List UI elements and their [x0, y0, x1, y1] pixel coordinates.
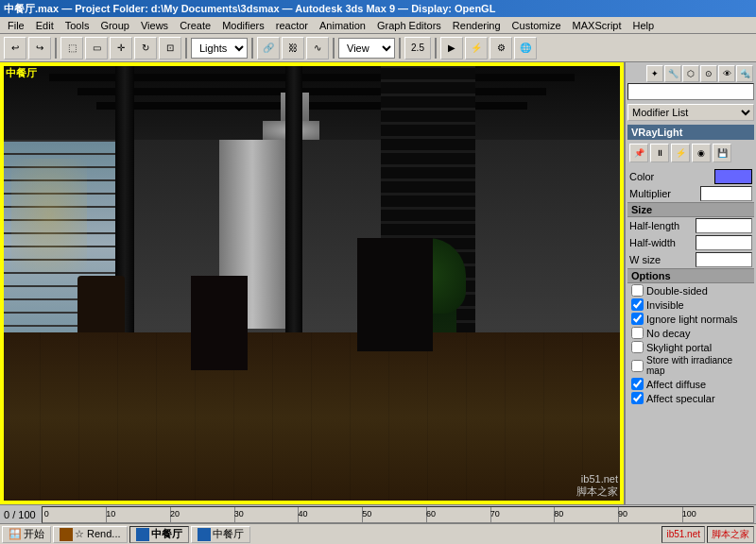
vray-light-header: VRayLight [627, 125, 754, 140]
render-task-icon [60, 528, 73, 541]
pause-icon[interactable]: ⏸ [650, 144, 669, 162]
menu-edit[interactable]: Edit [30, 19, 60, 32]
tick-80: 80 [554, 509, 563, 518]
menu-help[interactable]: Help [627, 19, 661, 32]
select-object-button[interactable]: ⬚ [60, 37, 83, 60]
render-button[interactable]: ▶ [440, 37, 463, 60]
undo-button[interactable]: ↩ [4, 37, 26, 60]
taskbar-render[interactable]: ☆ Rend... [53, 526, 128, 543]
w-size-label: W size [629, 254, 694, 265]
rotate-button[interactable]: ↻ [134, 37, 157, 60]
floor-pattern [2, 332, 622, 502]
tick-90: 90 [618, 509, 627, 518]
start-button[interactable]: 🪟 开始 [2, 526, 51, 543]
panel-top-icons: ✦ 🔧 ⬡ ⊙ 👁 🔩 [627, 64, 754, 83]
menu-tools[interactable]: Tools [60, 19, 95, 32]
w-size-input[interactable]: 10.0mm [696, 252, 752, 267]
3dsmax-task-icon [136, 528, 149, 541]
scene-background: ib51.net 脚本之家 [2, 64, 622, 502]
checkbox-double-sided: Double-sided [627, 283, 754, 298]
scale-button[interactable]: ⊡ [159, 37, 181, 60]
menu-views[interactable]: Views [135, 19, 174, 32]
display-tab-icon[interactable]: 👁 [718, 65, 735, 82]
save-icon[interactable]: 💾 [713, 144, 731, 162]
select-region-button[interactable]: ▭ [85, 37, 108, 60]
quick-render-button[interactable]: ⚡ [465, 37, 488, 60]
tick-30: 30 [234, 509, 244, 518]
vray-icon-row: 📌 ⏸ ⚡ ◉ 💾 [627, 142, 754, 164]
checkbox-skylight-portal: Skylight portal [627, 340, 754, 354]
checkbox-ignore-light-normals: Ignore light normals [627, 312, 754, 326]
title-text: 中餐厅.max — Project Folder: d:\My Document… [4, 2, 495, 16]
toolbar-sep-1 [55, 38, 57, 59]
taskbar-3dsmax-2[interactable]: 中餐厅 [191, 526, 250, 543]
redo-button[interactable]: ↪ [28, 37, 51, 60]
unlink-button[interactable]: ⛓ [282, 37, 304, 60]
vase-left [191, 276, 248, 370]
move-button[interactable]: ✛ [110, 37, 132, 60]
menu-modifiers[interactable]: Modifiers [216, 19, 270, 32]
multiplier-input[interactable]: 48.0 [700, 186, 752, 201]
lights-dropdown[interactable]: Lights [191, 38, 248, 59]
menu-reactor[interactable]: reactor [270, 19, 314, 32]
options-section-header: Options [627, 268, 754, 283]
taskbar: 🪟 开始 ☆ Rend... 中餐厅 中餐厅 ib51.net 脚本之家 [0, 523, 756, 544]
multiplier-row: Multiplier 48.0 [627, 185, 754, 202]
half-length-input[interactable]: 670.25mm [696, 218, 752, 233]
menu-graph-editors[interactable]: Graph Editors [371, 19, 447, 32]
skylight-portal-checkbox[interactable] [631, 341, 644, 353]
motion-tab-icon[interactable]: ⊙ [700, 65, 717, 82]
menu-customize[interactable]: Customize [507, 19, 567, 32]
menu-create[interactable]: Create [174, 19, 216, 32]
tick-40: 40 [298, 509, 307, 518]
affect-specular-checkbox[interactable] [631, 392, 644, 404]
utilities-tab-icon[interactable]: 🔩 [736, 65, 753, 82]
object-name-section: VRayLight14 [627, 83, 754, 100]
beam-2 [77, 88, 546, 95]
pin-icon[interactable]: 📌 [629, 144, 648, 162]
menu-maxscript[interactable]: MAXScript [567, 19, 627, 32]
ceiling [2, 64, 622, 140]
watermark2-field: 脚本之家 [707, 526, 754, 543]
toolbar-sep-2 [185, 38, 187, 59]
toolbar-sep-3 [251, 38, 253, 59]
viewport[interactable]: 中餐厅 [0, 62, 624, 504]
object-name-input[interactable]: VRayLight14 [627, 83, 754, 100]
hierarchy-tab-icon[interactable]: ⬡ [682, 65, 699, 82]
chair-front-right [357, 238, 433, 351]
tick-70: 70 [490, 509, 500, 518]
taskbar-3dsmax-1[interactable]: 中餐厅 [129, 526, 189, 543]
render-settings-button[interactable]: ⚙ [490, 37, 512, 60]
menu-group[interactable]: Group [94, 19, 135, 32]
ignore-light-normals-checkbox[interactable] [631, 313, 644, 325]
affect-diffuse-checkbox[interactable] [631, 378, 644, 390]
title-bar: 中餐厅.max — Project Folder: d:\My Document… [0, 0, 756, 17]
timeline-bar[interactable]: 0 10 20 30 40 50 60 70 80 90 100 [42, 506, 754, 523]
tick-20: 20 [170, 509, 180, 518]
color-swatch[interactable] [714, 169, 752, 184]
half-width-row: Half-width 960.718m [627, 234, 754, 251]
main-layout: 中餐厅 [0, 62, 756, 504]
tick-60: 60 [426, 509, 436, 518]
menu-file[interactable]: File [2, 19, 30, 32]
menu-animation[interactable]: Animation [314, 19, 371, 32]
create-tab-icon[interactable]: ✦ [646, 65, 663, 82]
modify-tab-icon[interactable]: 🔧 [664, 65, 681, 82]
double-sided-checkbox[interactable] [631, 284, 644, 297]
invisible-checkbox[interactable] [631, 298, 644, 311]
modifier-section: Modifier List [627, 104, 754, 121]
modifier-list-dropdown[interactable]: Modifier List [627, 104, 754, 121]
store-irradiance-checkbox[interactable] [631, 360, 644, 372]
vray-icon-4[interactable]: ◉ [692, 144, 711, 162]
bind-to-space-warp[interactable]: ∿ [306, 37, 329, 60]
toolbar-sep-4 [333, 38, 335, 59]
menu-rendering[interactable]: Rendering [447, 19, 507, 32]
view-dropdown[interactable]: View [338, 38, 395, 59]
vray-icon-3[interactable]: ⚡ [671, 144, 690, 162]
w-size-row: W size 10.0mm [627, 251, 754, 268]
half-width-input[interactable]: 960.718m [696, 235, 752, 250]
link-button[interactable]: 🔗 [257, 37, 280, 60]
environment-button[interactable]: 🌐 [514, 37, 537, 60]
no-decay-checkbox[interactable] [631, 327, 644, 339]
checkbox-affect-diffuse: Affect diffuse [627, 377, 754, 391]
